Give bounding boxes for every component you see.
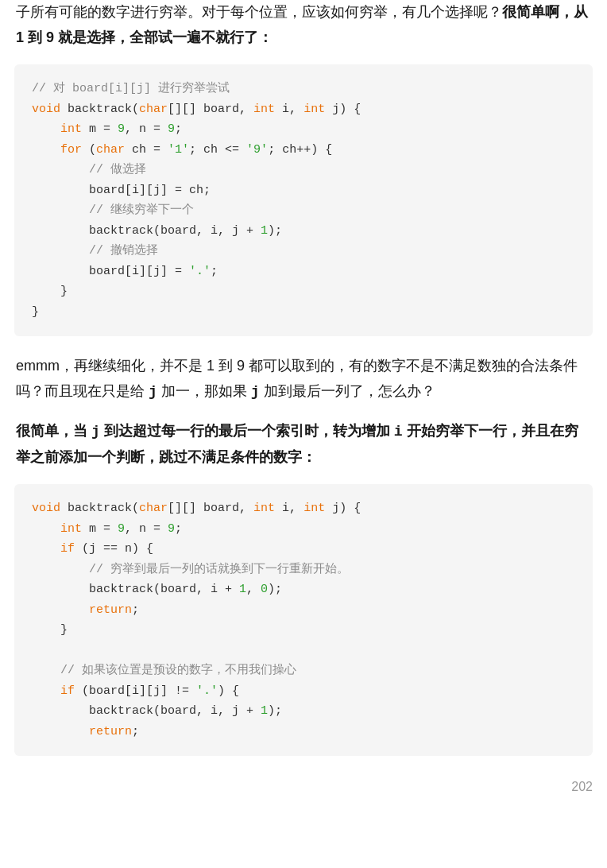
middle-text: emmm，再继续细化，并不是 1 到 9 都可以取到的，有的数字不是不满足数独的…: [16, 358, 578, 399]
code-num-1c: 1: [261, 704, 268, 718]
code-type-char2: char: [96, 143, 125, 157]
code-keyword-if2: if: [60, 684, 75, 698]
code-num-9c: 9: [118, 522, 125, 536]
code-keyword-for: for: [60, 143, 82, 157]
bold-heading-text: 很简单，当 j 到达超过每一行的最后一个索引时，转为增加 i 开始穷举下一行，并…: [16, 423, 578, 465]
code-num-1a: 1: [261, 224, 268, 238]
code-type-int3: int: [253, 502, 275, 515]
code-num-1b: 1: [239, 583, 246, 596]
page-content: 子所有可能的数字进行穷举。对于每个位置，应该如何穷举，有几个选择呢？很简单啊，从…: [14, 0, 593, 800]
code-line: board[i][j] = '.';: [32, 262, 575, 282]
code-line: }: [32, 302, 575, 323]
code-num-9d: 9: [168, 522, 175, 536]
code-comment-next: // 继续穷举下一个: [89, 203, 194, 217]
code-line: // 穷举到最后一列的话就换到下一行重新开始。: [32, 560, 575, 580]
code-num-9a: 9: [118, 122, 125, 136]
code-line: if (board[i][j] != '.') {: [32, 681, 575, 702]
code-keyword-return1: return: [89, 603, 132, 617]
code-num-9b: 9: [168, 122, 175, 136]
code-line: board[i][j] = ch;: [32, 180, 575, 201]
code-type-int2: int: [304, 103, 325, 116]
code-comment-select: // 做选择: [89, 163, 146, 176]
code-line: backtrack(board, i, j + 1);: [32, 221, 575, 242]
code-line: int m = 9, n = 9;: [32, 119, 575, 140]
intro-text: 子所有可能的数字进行穷举。对于每个位置，应该如何穷举，有几个选择呢？: [16, 4, 502, 20]
code-line: }: [32, 620, 575, 641]
code-keyword-int1: int: [60, 122, 82, 136]
bold-heading: 很简单，当 j 到达超过每一行的最后一个索引时，转为增加 i 开始穷举下一行，并…: [14, 419, 593, 470]
code-num-0: 0: [261, 583, 268, 596]
code-str-1: '1': [168, 143, 189, 157]
code-line: // 对 board[i][j] 进行穷举尝试: [32, 79, 575, 99]
code-keyword-int2: int: [60, 522, 82, 536]
middle-paragraph: emmm，再继续细化，并不是 1 到 9 都可以取到的，有的数字不是不满足数独的…: [14, 354, 593, 405]
code-line-empty: [32, 641, 575, 661]
code-line: return;: [32, 600, 575, 621]
code-line: // 如果该位置是预设的数字，不用我们操心: [32, 661, 575, 681]
code-block-1: // 对 board[i][j] 进行穷举尝试 void backtrack(c…: [14, 64, 593, 336]
code-keyword-void: void: [32, 103, 60, 116]
code-comment-undo: // 撤销选择: [89, 244, 158, 258]
code-line: if (j == n) {: [32, 539, 575, 560]
code-comment-preset: // 如果该位置是预设的数字，不用我们操心: [60, 664, 296, 677]
code-block-2: void backtrack(char[][] board, int i, in…: [14, 484, 593, 756]
code-line: backtrack(board, i + 1, 0);: [32, 579, 575, 600]
code-line: int m = 9, n = 9;: [32, 519, 575, 540]
code-line: // 继续穷举下一个: [32, 200, 575, 221]
code-comment-row: // 穷举到最后一列的话就换到下一行重新开始。: [89, 563, 349, 576]
code-comment: // 对 board[i][j] 进行穷举尝试: [32, 82, 230, 95]
code-keyword-if1: if: [60, 542, 75, 556]
code-line: void backtrack(char[][] board, int i, in…: [32, 498, 575, 519]
code-type-char3: char: [139, 502, 168, 515]
code-line: for (char ch = '1'; ch <= '9'; ch++) {: [32, 140, 575, 161]
code-type-int4: int: [304, 502, 325, 515]
code-type-char: char: [139, 103, 168, 116]
code-type-int1: int: [253, 103, 275, 116]
page-number-text: 202: [571, 780, 593, 793]
code-keyword-return2: return: [89, 725, 132, 738]
code-line: return;: [32, 722, 575, 742]
code-line: }: [32, 281, 575, 302]
code-line: // 撤销选择: [32, 241, 575, 262]
code-line: // 做选择: [32, 160, 575, 180]
intro-paragraph: 子所有可能的数字进行穷举。对于每个位置，应该如何穷举，有几个选择呢？很简单啊，从…: [14, 0, 593, 50]
code-keyword-void2: void: [32, 502, 60, 515]
code-str-dot2: '.': [196, 684, 218, 698]
code-line: backtrack(board, i, j + 1);: [32, 701, 575, 722]
code-line: void backtrack(char[][] board, int i, in…: [32, 99, 575, 120]
code-str-dot: '.': [189, 265, 211, 278]
page-number: 202: [14, 773, 593, 800]
code-str-9: '9': [246, 143, 268, 157]
